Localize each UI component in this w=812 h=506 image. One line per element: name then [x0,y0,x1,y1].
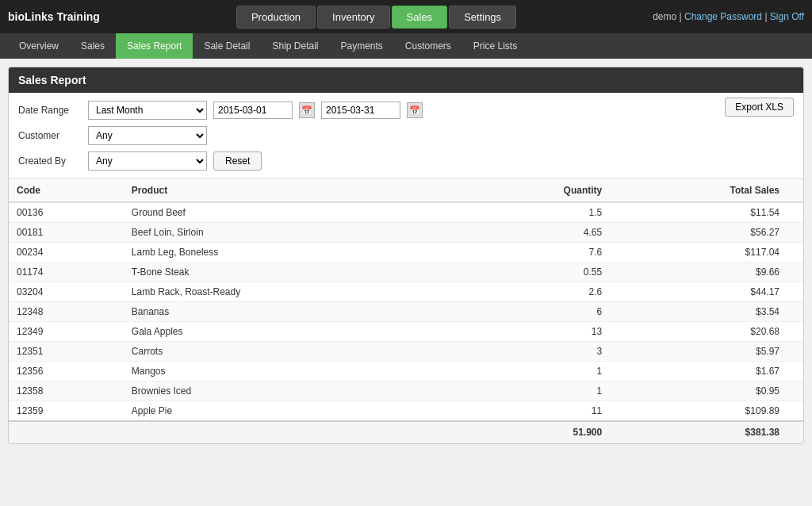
table-row: 12349 Gala Apples 13 $20.68 [9,322,803,342]
cell-product: Lamb Rack, Roast-Ready [124,282,462,302]
col-product: Product [124,179,462,202]
cell-code: 12359 [9,401,124,422]
change-password-link[interactable]: Change Password [684,11,762,22]
cell-spacer [787,223,803,243]
cell-product: Brownies Iced [124,381,462,401]
nav-sales-report[interactable]: Sales Report [116,33,193,59]
nav-payments[interactable]: Payments [329,33,393,59]
cell-spacer [787,362,803,381]
footer-code [9,421,124,443]
cell-quantity: 0.55 [462,263,610,282]
cell-quantity: 11 [462,401,610,422]
nav-ship-detail[interactable]: Ship Detail [261,33,329,59]
top-nav-settings[interactable]: Settings [449,6,516,29]
table-row: 12359 Apple Pie 11 $109.89 [9,401,803,422]
customer-row: Customer Any [18,126,725,145]
cell-spacer [787,282,803,302]
cell-spacer [787,302,803,322]
date-range-select[interactable]: Last MonthThis MonthCustom [88,101,207,120]
footer-quantity: 51.900 [462,421,610,443]
footer-spacer [787,421,803,443]
cell-spacer [787,202,803,223]
date-to-icon[interactable]: 📅 [407,102,423,118]
cell-total-sales: $9.66 [610,263,787,282]
cell-code: 01174 [9,263,124,282]
cell-total-sales: $1.67 [610,362,787,381]
date-from-icon[interactable]: 📅 [299,102,315,118]
cell-code: 00181 [9,223,124,243]
username: demo [653,11,676,22]
table-row: 00136 Ground Beef 1.5 $11.54 [9,202,803,223]
cell-code: 00136 [9,202,124,223]
second-nav: Overview Sales Sales Report Sale Detail … [0,33,812,59]
footer-total-sales: $381.38 [610,421,787,443]
cell-total-sales: $44.17 [610,282,787,302]
reset-button[interactable]: Reset [213,151,262,171]
top-bar: bioLinks Training Production Inventory S… [0,0,812,33]
table-row: 12348 Bananas 6 $3.54 [9,302,803,322]
col-spacer [787,179,803,202]
col-code: Code [9,179,124,202]
nav-price-lists[interactable]: Price Lists [462,33,528,59]
date-range-label: Date Range [18,105,82,116]
cell-total-sales: $109.89 [610,401,787,422]
cell-spacer [787,243,803,263]
filter-area: Date Range Last MonthThis MonthCustom 📅 … [9,93,803,179]
cell-code: 12358 [9,381,124,401]
cell-spacer [787,342,803,362]
cell-quantity: 4.65 [462,223,610,243]
table-row: 03204 Lamb Rack, Roast-Ready 2.6 $44.17 [9,282,803,302]
cell-product: Apple Pie [124,401,462,422]
sales-report-panel: Sales Report Date Range Last MonthThis M… [8,67,804,444]
table-row: 12358 Brownies Iced 1 $0.95 [9,381,803,401]
top-nav-sales[interactable]: Sales [392,6,448,29]
table-row: 00181 Beef Loin, Sirloin 4.65 $56.27 [9,223,803,243]
cell-product: Carrots [124,342,462,362]
cell-total-sales: $11.54 [610,202,787,223]
export-area: Export XLS [725,101,794,117]
cell-code: 12349 [9,322,124,342]
nav-sale-detail[interactable]: Sale Detail [193,33,261,59]
export-button[interactable]: Export XLS [725,98,794,117]
customer-select[interactable]: Any [88,126,207,145]
user-area: demo | Change Password | Sign Off [653,11,804,22]
cell-quantity: 2.6 [462,282,610,302]
date-from-input[interactable] [213,102,293,119]
cell-product: T-Bone Steak [124,263,462,282]
filter-top-row: Date Range Last MonthThis MonthCustom 📅 … [18,101,794,171]
customer-label: Customer [18,130,82,141]
cell-quantity: 1.5 [462,202,610,223]
cell-spacer [787,381,803,401]
cell-spacer [787,401,803,422]
top-nav-inventory[interactable]: Inventory [317,6,389,29]
top-nav-production[interactable]: Production [236,6,316,29]
sign-off-link[interactable]: Sign Off [770,11,804,22]
cell-code: 12351 [9,342,124,362]
col-quantity: Quantity [462,179,610,202]
table-row: 00234 Lamb Leg, Boneless 7.6 $117.04 [9,243,803,263]
cell-product: Ground Beef [124,202,462,223]
cell-total-sales: $56.27 [610,223,787,243]
nav-customers[interactable]: Customers [394,33,462,59]
footer-product [124,421,462,443]
cell-code: 00234 [9,243,124,263]
table-row: 12351 Carrots 3 $5.97 [9,342,803,362]
cell-product: Gala Apples [124,322,462,342]
cell-quantity: 13 [462,322,610,342]
cell-quantity: 3 [462,342,610,362]
cell-total-sales: $20.68 [610,322,787,342]
nav-sales[interactable]: Sales [70,33,116,59]
filter-fields: Date Range Last MonthThis MonthCustom 📅 … [18,101,725,171]
date-to-input[interactable] [321,102,400,119]
top-nav-buttons: Production Inventory Sales Settings [236,6,516,29]
main-content: Sales Report Date Range Last MonthThis M… [0,59,812,452]
cell-product: Lamb Leg, Boneless [124,243,462,263]
created-by-row: Created By Any Reset [18,151,725,171]
cell-quantity: 6 [462,302,610,322]
cell-spacer [787,322,803,342]
nav-overview[interactable]: Overview [8,33,70,59]
created-by-select[interactable]: Any [88,151,207,171]
table-footer-row: 51.900 $381.38 [9,421,803,443]
cell-product: Mangos [124,362,462,381]
panel-header: Sales Report [9,67,803,93]
